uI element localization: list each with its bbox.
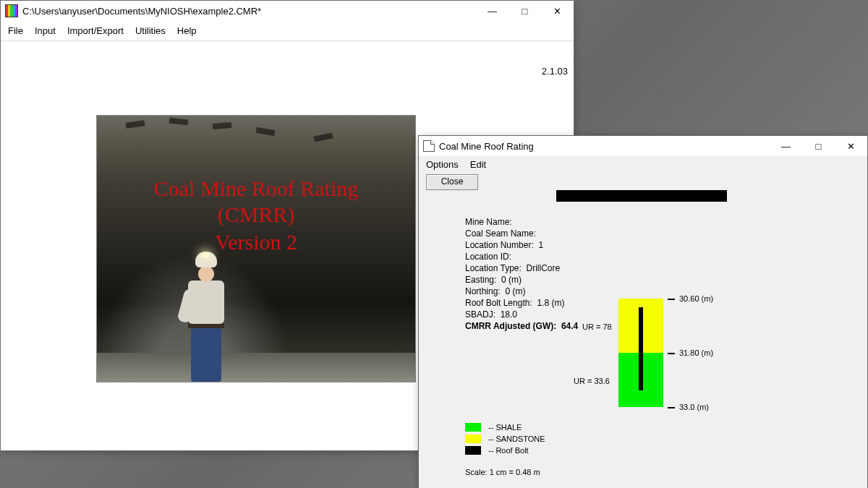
legend-label-sandstone: -- SANDSTONE: [488, 435, 545, 443]
depth-tick-top: [668, 299, 675, 300]
roof-bolt-label: Roof Bolt Length:: [465, 298, 532, 308]
redacted-bar: [556, 190, 727, 202]
ur-top-label: UR = 78: [582, 322, 612, 331]
legend-row-shale: -- SHALE: [465, 421, 545, 433]
menu-import-export[interactable]: Import/Export: [67, 25, 124, 36]
sbadj-label: SBADJ:: [465, 309, 495, 320]
hero-image: Coal Mine Roof Rating (CMRR) Version 2: [96, 115, 416, 382]
rating-maximize-button[interactable]: □: [802, 136, 835, 156]
minimize-button[interactable]: —: [476, 1, 509, 21]
app-icon: [5, 4, 18, 17]
depth-label-mid: 31.80 (m): [679, 348, 713, 357]
legend-swatch-shale: [465, 423, 481, 432]
rating-menubar: Options Edit: [419, 156, 867, 171]
close-button[interactable]: ✕: [541, 1, 574, 21]
menu-utilities[interactable]: Utilities: [135, 25, 166, 36]
location-number-value: 1: [538, 240, 543, 250]
menu-input[interactable]: Input: [35, 25, 56, 36]
menu-options[interactable]: Options: [426, 159, 459, 170]
northing-label: Northing:: [465, 286, 501, 296]
main-menubar: File Input Import/Export Utilities Help: [1, 21, 574, 41]
menu-edit[interactable]: Edit: [470, 159, 486, 170]
legend-label-shale: -- SHALE: [488, 423, 522, 432]
legend-label-roofbolt: -- Roof Bolt: [488, 446, 529, 455]
roof-bolt-icon: [639, 307, 643, 390]
legend-row-roofbolt: -- Roof Bolt: [465, 445, 545, 456]
easting-value: 0 (m): [501, 275, 522, 285]
rating-minimize-button[interactable]: —: [770, 136, 802, 156]
sbadj-value: 18.0: [501, 309, 517, 320]
depth-label-top: 30.60 (m): [679, 294, 713, 303]
document-icon: [423, 140, 435, 152]
location-type-value: DrillCore: [527, 263, 561, 273]
location-type-label: Location Type:: [465, 263, 522, 273]
menu-file[interactable]: File: [8, 25, 23, 36]
miner-icon: [178, 252, 234, 382]
close-panel-button[interactable]: Close: [426, 174, 478, 190]
northing-value: 0 (m): [505, 286, 525, 296]
location-fields: Mine Name: Coal Seam Name: Location Numb…: [465, 216, 578, 332]
rating-body: Mine Name: Coal Seam Name: Location Numb…: [419, 190, 867, 487]
main-window-title: C:\Users\anyuser\Documents\MyNIOSH\examp…: [22, 6, 476, 17]
legend-swatch-sandstone: [465, 435, 481, 443]
strat-column: [618, 299, 663, 407]
mine-name-label: Mine Name:: [465, 217, 512, 227]
cmrr-label: CMRR Adjusted (GW):: [465, 321, 556, 331]
location-id-label: Location ID:: [465, 252, 511, 262]
depth-tick-mid: [668, 353, 675, 354]
legend: -- SHALE -- SANDSTONE -- Roof Bolt: [465, 421, 545, 456]
legend-swatch-roofbolt: [465, 446, 481, 455]
main-titlebar: C:\Users\anyuser\Documents\MyNIOSH\examp…: [1, 1, 574, 21]
menu-help[interactable]: Help: [177, 25, 197, 36]
rating-titlebar: Coal Mine Roof Rating — □ ✕: [419, 136, 867, 156]
depth-label-bot: 33.0 (m): [679, 403, 709, 411]
rating-window-title: Coal Mine Roof Rating: [439, 141, 770, 152]
hero-line-2: (CMRR): [97, 202, 415, 227]
depth-tick-bot: [668, 407, 675, 408]
hero-line-3: Version 2: [97, 230, 415, 254]
ur-bot-label: UR = 33.6: [574, 377, 610, 385]
easting-label: Easting:: [465, 275, 496, 285]
scale-label: Scale: 1 cm = 0.48 m: [465, 468, 540, 476]
roof-bolt-value: 1.8 (m): [537, 298, 564, 308]
app-version-label: 2.1.03: [542, 66, 568, 77]
coal-seam-label: Coal Seam Name:: [465, 228, 536, 239]
hero-line-1: Coal Mine Roof Rating: [97, 176, 415, 201]
rating-close-button[interactable]: ✕: [835, 136, 867, 156]
rating-window: Coal Mine Roof Rating — □ ✕ Options Edit…: [418, 135, 868, 488]
maximize-button[interactable]: □: [509, 1, 541, 21]
legend-row-sandstone: -- SANDSTONE: [465, 433, 545, 445]
location-number-label: Location Number:: [465, 240, 534, 250]
cmrr-value: 64.4: [561, 321, 578, 331]
